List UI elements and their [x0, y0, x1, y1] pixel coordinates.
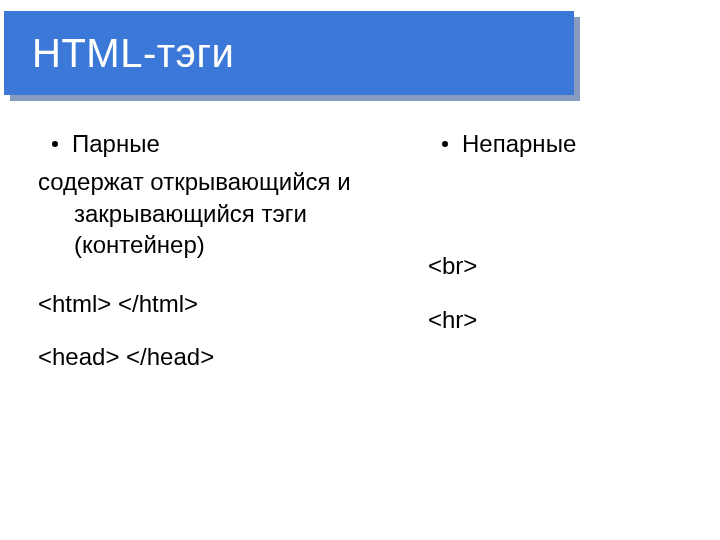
title-bar: HTML-тэги — [4, 11, 574, 95]
left-column: Парные содержат открывающийся и закрываю… — [38, 128, 428, 520]
unpaired-example-2: <hr> — [428, 304, 690, 335]
paired-example-2: <head> </head> — [38, 341, 418, 372]
slide-content: Парные содержат открывающийся и закрываю… — [38, 128, 690, 520]
paired-example-1: <html> </html> — [38, 288, 418, 319]
paired-description: содержат открывающийся и закрывающийся т… — [38, 166, 418, 260]
paired-heading-row: Парные — [38, 128, 418, 160]
unpaired-example-1: <br> — [428, 250, 690, 281]
paired-heading: Парные — [72, 128, 160, 160]
unpaired-heading: Непарные — [462, 128, 576, 160]
slide-title: HTML-тэги — [4, 31, 234, 76]
bullet-icon — [442, 141, 448, 147]
spacer — [428, 160, 690, 250]
bullet-icon — [52, 141, 58, 147]
unpaired-heading-row: Непарные — [428, 128, 690, 160]
slide: HTML-тэги Парные содержат открывающийся … — [0, 0, 720, 540]
right-column: Непарные <br> <hr> — [428, 128, 690, 520]
